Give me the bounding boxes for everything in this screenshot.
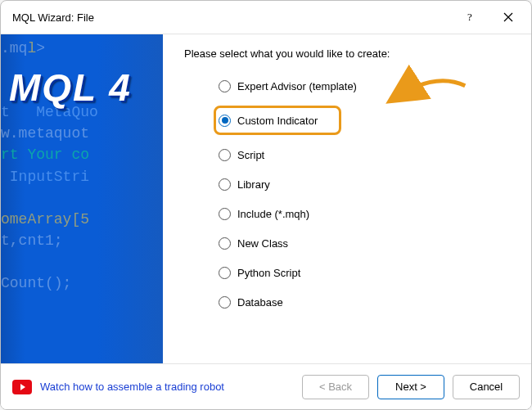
radio-icon	[219, 178, 231, 191]
radio-icon	[219, 296, 231, 309]
window-title: MQL Wizard: File	[12, 11, 94, 24]
radio-icon	[219, 208, 231, 220]
next-button[interactable]: Next >	[377, 375, 444, 399]
option-expert-advisor[interactable]: Expert Advisor (template)	[217, 76, 512, 96]
watch-video-link[interactable]: Watch how to assemble a trading robot	[40, 381, 224, 393]
option-database[interactable]: Database	[217, 292, 512, 312]
close-button[interactable]	[490, 5, 526, 29]
option-list: Expert Advisor (template) Custom Indicat…	[184, 76, 512, 312]
radio-icon	[219, 237, 231, 250]
option-script[interactable]: Script	[217, 145, 512, 164]
prompt-text: Please select what you would like to cre…	[184, 47, 512, 60]
option-python-script[interactable]: Python Script	[217, 263, 512, 282]
option-library[interactable]: Library	[217, 174, 512, 194]
main-pane: Please select what you would like to cre…	[163, 34, 531, 363]
radio-icon	[219, 267, 231, 279]
option-label: Script	[237, 149, 264, 161]
svg-line-1	[504, 13, 512, 21]
svg-line-2	[504, 13, 512, 21]
radio-icon	[219, 80, 231, 92]
radio-icon	[219, 149, 231, 161]
option-label: Library	[237, 178, 270, 191]
option-label: Database	[237, 296, 283, 309]
option-custom-indicator[interactable]: Custom Indicator	[217, 110, 324, 130]
option-include[interactable]: Include (*.mqh)	[217, 204, 512, 223]
footer: Watch how to assemble a trading robot < …	[1, 363, 531, 409]
option-label: Python Script	[237, 267, 300, 279]
option-label: Include (*.mqh)	[237, 208, 309, 220]
youtube-icon	[12, 380, 32, 394]
option-label: New Class	[237, 237, 288, 250]
radio-icon	[219, 115, 231, 127]
option-new-class[interactable]: New Class	[217, 233, 512, 253]
svg-text:?: ?	[467, 11, 472, 23]
wizard-window: MQL Wizard: File ? .mql> t MetaQuo w.met…	[0, 0, 532, 410]
highlight-box: Custom Indicator	[214, 106, 341, 135]
window-buttons: ?	[453, 5, 526, 29]
help-button[interactable]: ?	[453, 5, 489, 29]
back-button[interactable]: < Back	[302, 375, 369, 399]
mql4-logo: MQL 4	[9, 65, 132, 110]
titlebar: MQL Wizard: File ?	[1, 1, 531, 34]
option-label: Custom Indicator	[237, 115, 318, 127]
content: .mql> t MetaQuo w.metaquot rt Your co In…	[1, 34, 531, 363]
option-label: Expert Advisor (template)	[237, 80, 357, 92]
sidebar-banner: .mql> t MetaQuo w.metaquot rt Your co In…	[1, 34, 163, 363]
cancel-button[interactable]: Cancel	[453, 375, 520, 399]
